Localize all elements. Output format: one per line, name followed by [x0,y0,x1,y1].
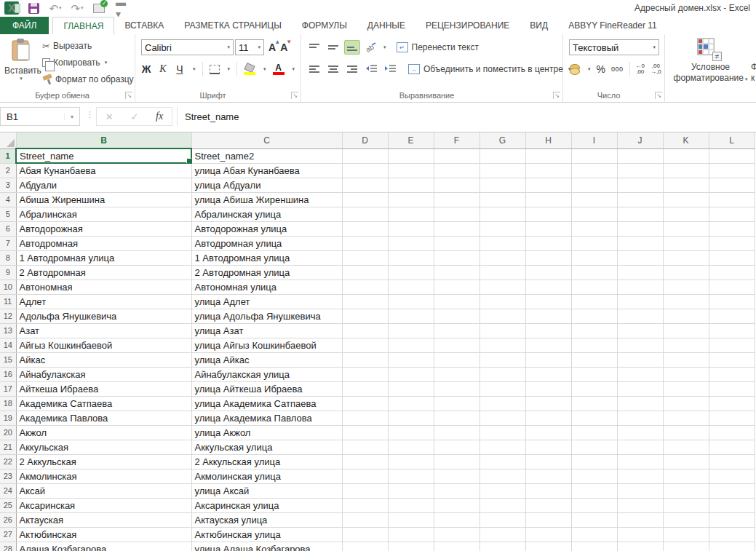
cell-L15[interactable] [709,352,755,367]
cell-C25[interactable]: Аксаринская улица [191,498,342,512]
cell-E12[interactable] [388,309,434,323]
cell-D16[interactable] [342,367,388,381]
cell-G8[interactable] [480,250,525,265]
cell-K17[interactable] [663,381,709,396]
cell-I14[interactable] [571,338,617,352]
orientation-icon[interactable]: ab [363,40,379,55]
cell-C18[interactable]: улица Академика Сатпаева [191,396,342,411]
cell-C14[interactable]: улица Айгыз Кошкинбаевой [191,338,342,352]
cell-J22[interactable] [617,454,663,469]
cell-H1[interactable] [525,148,571,163]
row-header-22[interactable]: 22 [0,454,16,469]
cell-D11[interactable] [342,294,388,309]
cell-F14[interactable] [434,338,480,352]
row-header-24[interactable]: 24 [0,483,16,498]
cell-G6[interactable] [480,221,525,236]
comma-style-button[interactable]: 000 [611,66,624,73]
align-middle-icon[interactable] [325,40,341,55]
tab-рецензирование[interactable]: РЕЦЕНЗИРОВАНИЕ [415,17,520,34]
cell-B25[interactable]: Аксаринская [16,498,191,512]
borders-icon[interactable] [210,65,220,74]
cell-K12[interactable] [663,309,709,323]
copy-dropdown-arrow[interactable]: ▾ [105,60,108,66]
row-header-20[interactable]: 20 [0,425,16,440]
cell-E22[interactable] [388,454,434,469]
orientation-dropdown-arrow[interactable]: ▾ [383,44,386,50]
cell-D18[interactable] [342,396,388,411]
cell-C7[interactable]: Автодромная улица [191,236,342,250]
cell-B7[interactable]: Автодромная [16,236,191,250]
cell-F24[interactable] [434,483,480,498]
cell-H11[interactable] [525,294,571,309]
font-color-icon[interactable]: А [273,63,285,75]
cell-F1[interactable] [434,148,480,163]
conditional-formatting-button[interactable]: Условное форматирование▾ [665,62,756,84]
percent-style-button[interactable]: % [597,63,605,75]
column-header-B[interactable]: B [16,132,191,148]
cell-H23[interactable] [525,469,571,483]
cell-H18[interactable] [525,396,571,411]
cell-G5[interactable] [480,207,525,221]
align-center-icon[interactable] [325,62,341,76]
cell-C26[interactable]: Актауская улица [191,512,342,527]
cell-G9[interactable] [480,265,525,280]
row-header-27[interactable]: 27 [0,527,16,542]
tab-abbyy-finereader-11[interactable]: ABBYY FineReader 11 [558,17,667,34]
cell-I11[interactable] [571,294,617,309]
cell-F23[interactable] [434,469,480,483]
cell-F10[interactable] [434,280,480,294]
cell-K7[interactable] [663,236,709,250]
row-header-16[interactable]: 16 [0,367,16,381]
cell-F16[interactable] [434,367,480,381]
cell-F4[interactable] [434,192,480,207]
decrease-decimal-button[interactable]: ,00→,0 [650,63,661,75]
cell-H9[interactable] [525,265,571,280]
cell-E13[interactable] [388,323,434,338]
cell-H19[interactable] [525,411,571,425]
font-name-dropdown-arrow[interactable]: ▾ [223,44,230,50]
cell-E9[interactable] [388,265,434,280]
cell-L26[interactable] [709,512,755,527]
row-header-11[interactable]: 11 [0,294,16,309]
cell-K25[interactable] [663,498,709,512]
cell-C27[interactable]: Актюбинская улица [191,527,342,542]
cell-I10[interactable] [571,280,617,294]
cell-E27[interactable] [388,527,434,542]
row-header-26[interactable]: 26 [0,512,16,527]
cell-C1[interactable]: Street_name2 [191,148,342,163]
cell-K26[interactable] [663,512,709,527]
cell-H8[interactable] [525,250,571,265]
row-header-8[interactable]: 8 [0,250,16,265]
row-header-18[interactable]: 18 [0,396,16,411]
cell-C21[interactable]: Аккульская улица [191,440,342,454]
cell-B13[interactable]: Азат [16,323,191,338]
cell-H3[interactable] [525,178,571,192]
number-format-combo[interactable]: Текстовый ▾ [569,39,659,55]
cell-D15[interactable] [342,352,388,367]
redo-icon[interactable]: ↷▾ [70,1,84,15]
cell-L21[interactable] [709,440,755,454]
cell-G7[interactable] [480,236,525,250]
cell-B17[interactable]: Айткеша Ибраева [16,381,191,396]
cell-E20[interactable] [388,425,434,440]
cell-H24[interactable] [525,483,571,498]
cell-D9[interactable] [342,265,388,280]
cell-B11[interactable]: Адлет [16,294,191,309]
cell-J6[interactable] [617,221,663,236]
cell-B8[interactable]: 1 Автодромная улица [16,250,191,265]
cell-G25[interactable] [480,498,525,512]
cell-L4[interactable] [709,192,755,207]
cell-L6[interactable] [709,221,755,236]
cell-E4[interactable] [388,192,434,207]
formula-bar-grip[interactable]: ⋮ [86,110,94,119]
cell-E25[interactable] [388,498,434,512]
cell-J8[interactable] [617,250,663,265]
cell-I3[interactable] [571,178,617,192]
cell-K18[interactable] [663,396,709,411]
cell-I27[interactable] [571,527,617,542]
align-left-icon[interactable] [306,62,322,76]
cell-K9[interactable] [663,265,709,280]
cell-C13[interactable]: улица Азат [191,323,342,338]
cell-K27[interactable] [663,527,709,542]
cell-B18[interactable]: Академика Сатпаева [16,396,191,411]
